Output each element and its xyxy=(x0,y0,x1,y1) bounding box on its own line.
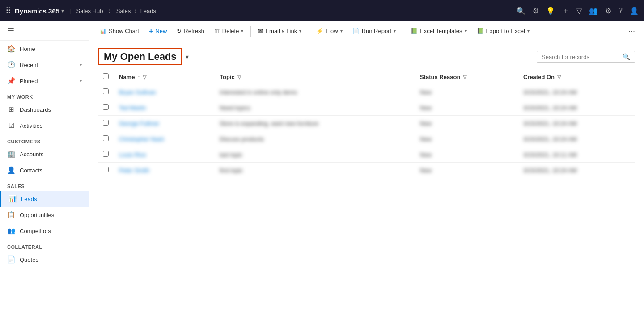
pinned-icon: 📌 xyxy=(7,77,15,85)
flow-icon: ⚡ xyxy=(316,28,323,34)
sidebar-item-activities[interactable]: ☑ Activities xyxy=(0,117,89,134)
report-chevron-icon[interactable]: ▾ xyxy=(394,29,396,33)
breadcrumb-sales[interactable]: Sales xyxy=(116,8,131,14)
toolbar-sep1 xyxy=(250,26,251,37)
row-name-cell[interactable]: Ted Martin xyxy=(114,100,215,116)
sidebar-item-leads[interactable]: 📊 Leads xyxy=(0,191,89,207)
row-checkbox[interactable] xyxy=(103,167,109,172)
export-excel-button[interactable]: 📗 Export to Excel ▾ xyxy=(472,25,534,37)
row-checkbox-cell[interactable] xyxy=(98,131,114,147)
row-name-cell[interactable]: Peter Smith xyxy=(114,163,215,178)
table-row[interactable]: Bryan Sullivan Interested in online only… xyxy=(98,84,635,100)
new-button[interactable]: + New xyxy=(144,25,171,38)
row-checkbox[interactable] xyxy=(103,151,109,157)
settings-nav-icon[interactable]: ⚙ xyxy=(533,7,539,15)
status-filter-icon[interactable]: ▽ xyxy=(463,74,466,80)
sidebar-item-dashboards[interactable]: ⊞ Dashboards xyxy=(0,101,89,117)
sidebar-item-recent[interactable]: 🕐 Recent ▾ xyxy=(0,57,89,73)
row-checkbox[interactable] xyxy=(103,120,109,126)
sidebar-item-quotes[interactable]: 📄 Quotes xyxy=(0,251,89,268)
sidebar-item-pinned[interactable]: 📌 Pinned ▾ xyxy=(0,73,89,89)
breadcrumb-leads: Leads xyxy=(140,8,156,14)
gear-nav-icon[interactable]: ⚙ xyxy=(605,7,611,15)
page-title: My Open Leads xyxy=(98,48,182,65)
pinned-chevron-icon: ▾ xyxy=(80,79,82,84)
row-checkbox[interactable] xyxy=(103,135,109,141)
created-filter-icon[interactable]: ▽ xyxy=(557,74,561,80)
row-status-cell: New xyxy=(415,116,519,131)
table-row[interactable]: George Fullmer Store is expanding, want … xyxy=(98,116,635,131)
sidebar-item-accounts[interactable]: 🏢 Accounts xyxy=(0,146,89,162)
filter-nav-icon[interactable]: ▽ xyxy=(576,7,582,15)
people-nav-icon[interactable]: 👥 xyxy=(589,7,598,15)
row-checkbox-cell[interactable] xyxy=(98,116,114,131)
page-header: My Open Leads ▾ 🔍 xyxy=(89,41,644,70)
competitors-icon: 👥 xyxy=(7,227,15,235)
table-row[interactable]: Ted Martin Need topics New 3/15/2021, 10… xyxy=(98,100,635,116)
brand-name[interactable]: Dynamics 365 ▾ xyxy=(15,7,64,15)
excel-tpl-chevron-icon[interactable]: ▾ xyxy=(465,29,467,33)
row-name-cell[interactable]: Bryan Sullivan xyxy=(114,84,215,100)
row-checkbox-cell[interactable] xyxy=(98,163,114,178)
table-row[interactable]: Christopher Nash Discuss products New 3/… xyxy=(98,131,635,147)
grid-icon[interactable]: ⠿ xyxy=(5,6,11,16)
table-row[interactable]: Peter Smith first topic New 3/15/2021, 1… xyxy=(98,163,635,178)
row-name-cell[interactable]: Louis Rice xyxy=(114,147,215,163)
export-chevron-icon[interactable]: ▾ xyxy=(527,29,530,33)
brand-chevron-icon[interactable]: ▾ xyxy=(61,8,64,14)
row-checkbox[interactable] xyxy=(103,88,109,94)
row-checkbox-cell[interactable] xyxy=(98,100,114,116)
row-status-cell: New xyxy=(415,131,519,147)
row-checkbox-cell[interactable] xyxy=(98,84,114,100)
sidebar-item-home[interactable]: 🏠 Home xyxy=(0,41,89,57)
row-name-cell[interactable]: George Fullmer xyxy=(114,116,215,131)
leads-icon: 📊 xyxy=(8,195,17,203)
row-name-cell[interactable]: Christopher Nash xyxy=(114,131,215,147)
table-header-row: Name ↑ ▽ Topic ▽ xyxy=(98,70,635,84)
section-header-my-work: My Work xyxy=(0,89,89,101)
select-all-checkbox[interactable] xyxy=(103,73,109,79)
sidebar-item-competitors[interactable]: 👥 Competitors xyxy=(0,223,89,239)
table-row[interactable]: Louis Rice last topic New 3/15/2021, 10:… xyxy=(98,147,635,163)
more-options-button[interactable]: ··· xyxy=(625,24,639,38)
row-created-cell: 3/15/2021, 10:11 AM xyxy=(519,147,635,163)
status-col-header: Status Reason ▽ xyxy=(415,70,519,84)
sidebar-item-opportunities[interactable]: 📋 Opportunities xyxy=(0,207,89,223)
name-filter-icon[interactable]: ▽ xyxy=(143,74,146,80)
select-all-col[interactable] xyxy=(98,70,114,84)
row-topic-cell: Need topics xyxy=(215,100,415,116)
plus-nav-icon[interactable]: ＋ xyxy=(562,6,569,16)
email-chevron-icon[interactable]: ▾ xyxy=(299,29,301,33)
delete-button[interactable]: 🗑 Delete ▾ xyxy=(210,25,248,37)
row-checkbox-cell[interactable] xyxy=(98,147,114,163)
hamburger-icon[interactable]: ☰ xyxy=(7,26,14,35)
search-input[interactable] xyxy=(542,54,619,60)
help-nav-icon[interactable]: ? xyxy=(619,7,623,15)
email-link-button[interactable]: ✉ Email a Link ▾ xyxy=(254,25,306,37)
search-icon[interactable]: 🔍 xyxy=(623,53,630,60)
activities-icon: ☑ xyxy=(7,121,15,130)
flow-button[interactable]: ⚡ Flow ▾ xyxy=(312,25,347,37)
accounts-icon: 🏢 xyxy=(7,150,15,158)
row-checkbox[interactable] xyxy=(103,104,109,110)
view-selector-chevron-icon[interactable]: ▾ xyxy=(186,53,189,60)
name-sort-icon[interactable]: ↑ xyxy=(137,74,140,80)
user-nav-icon[interactable]: 👤 xyxy=(630,7,639,15)
topic-filter-icon[interactable]: ▽ xyxy=(237,74,241,80)
show-chart-button[interactable]: 📊 Show Chart xyxy=(95,25,144,37)
search-nav-icon[interactable]: 🔍 xyxy=(517,7,525,15)
sidebar-toggle[interactable]: ☰ xyxy=(0,21,89,41)
search-box[interactable]: 🔍 xyxy=(537,51,635,63)
run-report-button[interactable]: 📄 Run Report ▾ xyxy=(348,25,400,37)
delete-chevron-icon[interactable]: ▾ xyxy=(241,29,243,33)
toolbar-sep3 xyxy=(403,26,403,37)
flow-chevron-icon[interactable]: ▾ xyxy=(340,29,343,33)
breadcrumb-separator: › xyxy=(108,7,110,15)
lightbulb-nav-icon[interactable]: 💡 xyxy=(546,7,555,15)
row-created-cell: 3/15/2021, 10:24 AM xyxy=(519,84,635,100)
refresh-button[interactable]: ↻ Refresh xyxy=(172,25,209,37)
contacts-icon: 👤 xyxy=(7,166,15,174)
leads-table: Name ↑ ▽ Topic ▽ xyxy=(98,70,635,178)
sidebar-item-contacts[interactable]: 👤 Contacts xyxy=(0,162,89,178)
excel-templates-button[interactable]: 📗 Excel Templates ▾ xyxy=(406,25,471,37)
